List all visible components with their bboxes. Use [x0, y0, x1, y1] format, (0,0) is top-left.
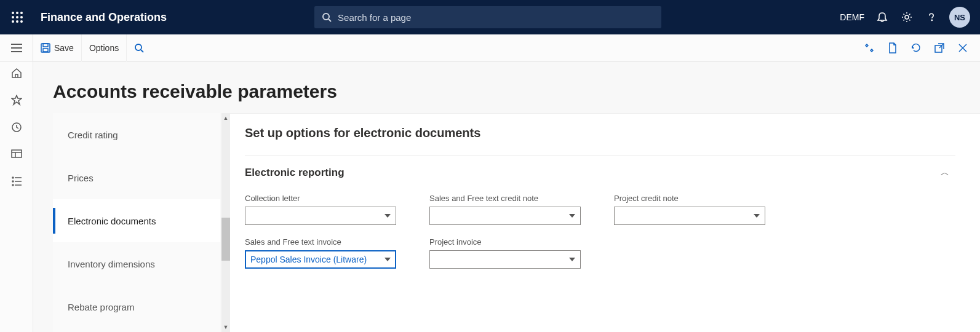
sidebar-item-label: Prices — [68, 173, 94, 183]
svg-point-28 — [12, 177, 14, 178]
help-icon[interactable] — [925, 10, 938, 24]
search-input[interactable] — [338, 12, 654, 23]
form-area: Set up options for electronic documents … — [230, 113, 980, 332]
header-right: DEMF NS — [840, 7, 975, 28]
field-label: Sales and Free text invoice — [245, 237, 396, 247]
star-icon[interactable] — [10, 93, 23, 107]
svg-point-12 — [931, 20, 932, 20]
field-label: Sales and Free text credit note — [429, 194, 581, 203]
form-title: Set up options for electronic documents — [245, 126, 955, 140]
scroll-up-icon[interactable]: ▲ — [221, 113, 230, 123]
close-icon[interactable] — [957, 42, 969, 54]
svg-point-6 — [12, 20, 14, 23]
svg-point-8 — [20, 20, 23, 23]
action-bar-right — [863, 42, 980, 54]
section-electronic-reporting[interactable]: Electronic reporting ︿ — [245, 167, 955, 179]
svg-point-32 — [12, 184, 14, 186]
svg-point-11 — [905, 15, 909, 19]
content-row: Credit rating Prices Electronic document… — [33, 113, 980, 332]
svg-line-20 — [141, 50, 143, 52]
company-label[interactable]: DEMF — [840, 12, 864, 22]
modules-icon[interactable] — [10, 175, 23, 188]
popout-icon[interactable] — [933, 42, 946, 54]
nav-toggle-icon[interactable] — [0, 34, 33, 61]
svg-point-3 — [12, 16, 14, 18]
field-project-credit-note: Project credit note — [614, 194, 765, 225]
dropdown-value: Peppol Sales Invoice (Litware) — [250, 255, 367, 264]
collection-letter-dropdown[interactable] — [245, 207, 396, 225]
sidebar-item-label: Inventory dimensions — [68, 259, 155, 269]
scroll-down-icon[interactable]: ▼ — [221, 322, 230, 332]
svg-point-1 — [16, 12, 18, 14]
svg-point-0 — [12, 12, 14, 14]
clock-icon[interactable] — [10, 121, 23, 134]
chevron-up-icon: ︿ — [941, 167, 955, 178]
global-header: Finance and Operations DEMF NS — [0, 0, 980, 34]
global-search[interactable] — [314, 6, 661, 28]
scroll-thumb[interactable] — [221, 218, 230, 261]
svg-line-10 — [329, 19, 331, 22]
app-launcher-icon[interactable] — [5, 5, 30, 30]
save-button[interactable]: Save — [33, 34, 82, 61]
bell-icon[interactable] — [875, 10, 889, 24]
field-project-invoice: Project invoice — [429, 237, 581, 269]
fields-grid: Collection letter Sales and Free text cr… — [245, 194, 955, 269]
page-title: Accounts receivable parameters — [33, 61, 980, 113]
diamond-icon[interactable] — [863, 42, 875, 54]
svg-point-2 — [20, 12, 23, 14]
sidebar-item-electronic-documents[interactable]: Electronic documents — [53, 199, 220, 242]
svg-rect-18 — [43, 49, 48, 52]
svg-point-5 — [20, 16, 23, 18]
svg-point-30 — [12, 181, 14, 182]
doc-icon[interactable] — [886, 42, 899, 54]
field-sales-invoice: Sales and Free text invoice Peppol Sales… — [245, 237, 396, 269]
left-rail — [0, 61, 33, 332]
avatar[interactable]: NS — [949, 7, 970, 28]
settings-sidebar: Credit rating Prices Electronic document… — [53, 113, 220, 332]
sales-invoice-dropdown[interactable]: Peppol Sales Invoice (Litware) — [245, 250, 396, 269]
svg-point-19 — [135, 44, 141, 50]
divider — [245, 155, 955, 156]
svg-rect-17 — [43, 44, 48, 47]
options-button[interactable]: Options — [82, 34, 127, 61]
section-title: Electronic reporting — [245, 167, 345, 179]
svg-point-9 — [323, 14, 329, 20]
sidebar-scrollbar[interactable]: ▲ ▼ — [221, 113, 230, 332]
sidebar-item-label: Rebate program — [68, 302, 134, 312]
workspace-icon[interactable] — [10, 148, 23, 161]
project-invoice-dropdown[interactable] — [429, 250, 581, 269]
project-credit-note-dropdown[interactable] — [614, 207, 765, 225]
sidebar-item-inventory-dimensions[interactable]: Inventory dimensions — [53, 242, 220, 285]
search-action-button[interactable] — [127, 34, 151, 61]
main-region: Accounts receivable parameters Credit ra… — [33, 61, 980, 332]
field-sales-credit-note: Sales and Free text credit note — [429, 194, 581, 225]
search-icon — [322, 12, 332, 22]
refresh-icon[interactable] — [910, 42, 922, 54]
sidebar-item-label: Electronic documents — [68, 216, 156, 226]
svg-point-4 — [16, 16, 18, 18]
sidebar-item-prices[interactable]: Prices — [53, 156, 220, 199]
field-label: Project invoice — [429, 237, 581, 247]
sales-credit-note-dropdown[interactable] — [429, 207, 581, 225]
sidebar-item-credit-rating[interactable]: Credit rating — [53, 113, 220, 156]
save-label: Save — [54, 43, 74, 53]
svg-point-7 — [16, 20, 18, 23]
home-icon[interactable] — [10, 66, 23, 80]
field-collection-letter: Collection letter — [245, 194, 396, 225]
sidebar-item-label: Credit rating — [68, 130, 118, 140]
field-label: Collection letter — [245, 194, 396, 203]
svg-rect-16 — [41, 44, 50, 52]
options-label: Options — [89, 43, 119, 53]
gear-icon[interactable] — [900, 10, 914, 24]
action-bar: Save Options — [0, 34, 980, 61]
app-title: Finance and Operations — [41, 11, 167, 24]
field-label: Project credit note — [614, 194, 765, 203]
sidebar-item-rebate-program[interactable]: Rebate program — [53, 285, 220, 328]
svg-rect-25 — [12, 150, 22, 157]
